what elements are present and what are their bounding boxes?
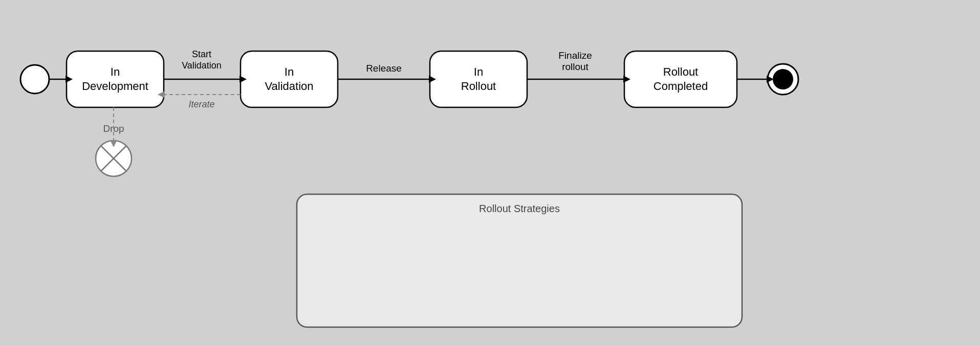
finalize-label: Finalize [558, 50, 592, 61]
in-rollout-node [430, 51, 527, 107]
rollout-completed-label2: Completed [654, 80, 708, 93]
in-validation-node [241, 51, 338, 107]
in-validation-label: In [285, 65, 294, 78]
in-development-label2: Development [82, 80, 148, 93]
diagram-svg: In Development In Validation In Rollout … [0, 0, 980, 345]
rollout-completed-node [624, 51, 737, 107]
start-validation-label2: Validation [182, 60, 222, 71]
release-label: Release [366, 63, 402, 74]
strategies-box [297, 194, 742, 327]
in-validation-label2: Validation [265, 80, 314, 93]
rollout-completed-label: Rollout [663, 65, 698, 78]
in-rollout-label2: Rollout [461, 80, 496, 93]
iterate-label: Iterate [188, 99, 214, 109]
start-node [20, 65, 49, 94]
finalize-label2: rollout [562, 61, 589, 72]
in-development-node [67, 51, 164, 107]
start-validation-label: Start [192, 49, 211, 59]
end-inner [773, 69, 793, 89]
strategies-label: Rollout Strategies Immediate Rollout Sch… [479, 203, 560, 214]
in-development-label: In [111, 65, 120, 78]
in-rollout-label: In [474, 65, 483, 78]
diagram-container: In Development In Validation In Rollout … [0, 0, 980, 345]
